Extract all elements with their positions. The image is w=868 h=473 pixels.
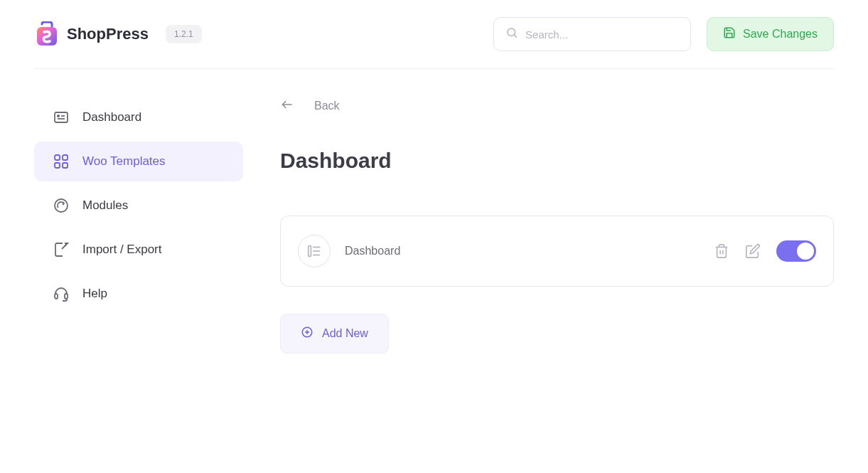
svg-line-2 [514, 35, 516, 37]
add-new-label: Add New [322, 327, 368, 340]
brand-name: ShopPress [67, 25, 149, 43]
modules-icon [53, 197, 70, 214]
dashboard-icon [53, 109, 70, 126]
svg-point-11 [55, 199, 68, 212]
search-icon [505, 26, 518, 42]
save-icon [723, 26, 736, 42]
sidebar-item-label: Import / Export [82, 243, 161, 257]
version-badge: 1.2.1 [166, 25, 202, 43]
template-name: Dashboard [345, 245, 400, 257]
sidebar-item-import-export[interactable]: Import / Export [34, 230, 243, 270]
sidebar: Dashboard Woo Templates [34, 97, 243, 354]
template-toggle[interactable] [776, 240, 816, 262]
shoppress-logo-icon [34, 21, 60, 47]
save-button-label: Save Changes [743, 28, 818, 41]
sidebar-item-help[interactable]: Help [34, 274, 243, 314]
svg-rect-10 [63, 163, 68, 168]
svg-point-4 [58, 115, 59, 117]
svg-line-12 [62, 243, 68, 249]
sidebar-item-label: Modules [82, 198, 128, 213]
delete-button[interactable] [714, 243, 729, 259]
add-new-button[interactable]: Add New [280, 314, 389, 354]
sidebar-item-modules[interactable]: Modules [34, 186, 243, 225]
sidebar-item-woo-templates[interactable]: Woo Templates [34, 142, 243, 181]
toggle-knob [797, 243, 814, 260]
brand-logo: ShopPress 1.2.1 [34, 21, 202, 47]
app-header: ShopPress 1.2.1 [34, 0, 834, 69]
svg-rect-9 [55, 163, 60, 168]
save-changes-button[interactable]: Save Changes [707, 17, 834, 51]
sidebar-item-dashboard[interactable]: Dashboard [34, 97, 243, 137]
arrow-left-icon [280, 97, 294, 115]
sidebar-item-label: Dashboard [82, 110, 141, 124]
template-card: Dashboard [280, 216, 834, 287]
svg-rect-3 [55, 112, 68, 122]
sidebar-item-label: Woo Templates [82, 154, 166, 169]
svg-rect-16 [309, 246, 311, 257]
svg-rect-7 [55, 155, 60, 160]
import-export-icon [53, 241, 70, 258]
template-type-icon [298, 235, 331, 267]
page-title: Dashboard [280, 149, 834, 173]
svg-rect-14 [65, 294, 68, 299]
svg-point-1 [508, 28, 515, 36]
sidebar-item-label: Help [82, 287, 107, 301]
plus-circle-icon [301, 326, 314, 341]
svg-rect-8 [63, 155, 68, 160]
content-area: Back Dashboard Dashboard [243, 97, 834, 354]
search-input[interactable] [525, 28, 679, 41]
search-box[interactable] [493, 17, 691, 51]
edit-button[interactable] [745, 243, 761, 259]
help-icon [53, 285, 70, 302]
templates-icon [53, 153, 70, 170]
back-label: Back [314, 100, 340, 112]
back-button[interactable]: Back [280, 97, 834, 115]
svg-rect-13 [55, 294, 58, 299]
